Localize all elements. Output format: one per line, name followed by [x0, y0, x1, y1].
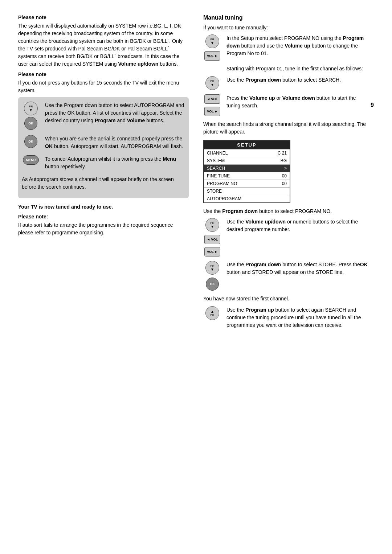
- right-block-10-text: Use the Program up button to select agai…: [226, 306, 374, 329]
- setup-cell-right: [268, 188, 290, 195]
- setup-table-row: CHANNELC 21: [204, 149, 290, 157]
- right-block-10: ▲ PR Use the Program up button to select…: [203, 306, 374, 329]
- pr-down-btn-2[interactable]: PR ▼: [205, 76, 219, 90]
- page-layout: Please note The system will displayed au…: [18, 15, 374, 333]
- right-block-8: PR ▼ OK Use the Program down button to s…: [203, 261, 374, 291]
- icon-col-2: OK: [22, 135, 40, 148]
- icon-col-right-4: ◄ VOL VOL ►: [203, 94, 221, 116]
- setup-cell-left: CHANNEL: [204, 149, 268, 157]
- right-block-1: PR ▼ VOL ► In the Setup menu select PROG…: [203, 34, 374, 61]
- setup-table-row: SEARCH>: [204, 164, 290, 172]
- vol-right-btn-1[interactable]: VOL ►: [204, 51, 220, 61]
- autoprogram-stores-text: As Autoprogram stores a channel it will …: [22, 176, 185, 191]
- right-block-3: PR ▼ Use the Program down button to sele…: [203, 76, 374, 90]
- page-number: 9: [371, 102, 374, 108]
- right-block-6-text: Use the Program down button to select PR…: [203, 208, 374, 215]
- icon-block-2: OK When you are sure the aerial is conne…: [22, 135, 185, 150]
- your-tv-ready: Your TV is now tuned and ready to use.: [18, 203, 189, 211]
- right-block-8-text: Use the Program down button to select ST…: [226, 261, 374, 276]
- setup-cell-right: C 21: [268, 149, 290, 157]
- vol-left-btn[interactable]: ◄ VOL: [204, 94, 220, 104]
- setup-table-row: AUTOPROGRAM: [204, 195, 290, 202]
- right-block-6-icons: PR ▼ ◄ VOL VOL ► Use the Volume up/down …: [203, 218, 374, 257]
- setup-cell-left: AUTOPROGRAM: [204, 195, 268, 202]
- pr-down-btn-1[interactable]: PR ▼: [205, 34, 219, 48]
- manual-tuning-title: Manual tuning: [203, 15, 374, 21]
- setup-cell-right: 00: [268, 180, 290, 187]
- right-block-9-text: You have now stored the first channel.: [203, 295, 374, 303]
- right-block-4-text: Press the Volume up or Volume down butto…: [226, 94, 368, 110]
- icon-col-3: MENU: [22, 155, 40, 165]
- setup-cell-right: BG: [268, 157, 290, 164]
- setup-cell-left: STORE: [204, 188, 268, 195]
- autoprogram-grey-box: PR ▼ OK Use the Program down button to s…: [18, 97, 189, 198]
- left-column: Please note The system will displayed au…: [18, 15, 189, 333]
- right-block-2-text: Starting with Program 01, tune in the fi…: [226, 65, 374, 73]
- pr-up-button[interactable]: ▲ PR: [205, 306, 219, 320]
- setup-table: SETUP CHANNELC 21SYSTEMBGSEARCH>FINE TUN…: [203, 140, 290, 203]
- icon-block-1-text: Use the Program down button to select AU…: [45, 102, 185, 124]
- icon-col-1: PR ▼ OK: [22, 102, 40, 130]
- icon-block-2-text: When you are sure the aerial is connecte…: [45, 135, 185, 150]
- setup-table-row: FINE TUNE00: [204, 172, 290, 180]
- ok-button-2[interactable]: OK: [24, 135, 37, 148]
- icon-col-right-1: PR ▼ VOL ►: [203, 34, 221, 61]
- please-note-3-title: Please note:: [18, 214, 189, 219]
- icon-col-right-10: ▲ PR: [203, 306, 221, 320]
- icon-block-1: PR ▼ OK Use the Program down button to s…: [22, 102, 185, 130]
- setup-header: SETUP: [204, 141, 290, 149]
- setup-cell-right: [268, 195, 290, 202]
- setup-cell-left: SYSTEM: [204, 157, 268, 164]
- pr-down-btn-4[interactable]: PR ▼: [205, 261, 219, 275]
- icon-col-right-6: PR ▼ ◄ VOL VOL ►: [203, 218, 221, 257]
- setup-table-row: PROGRAM NO00: [204, 180, 290, 187]
- icon-col-right-3: PR ▼: [203, 76, 221, 90]
- setup-cell-left: SEARCH: [204, 165, 268, 172]
- pr-down-btn-3[interactable]: PR ▼: [205, 218, 219, 232]
- menu-button[interactable]: MENU: [23, 155, 39, 165]
- setup-cell-left: PROGRAM NO: [204, 180, 268, 187]
- vol-left-btn-2[interactable]: ◄ VOL: [204, 235, 220, 244]
- vol-right-btn-2[interactable]: VOL ►: [204, 107, 220, 116]
- icon-block-3: MENU To cancel Autoprogram whilst it is …: [22, 155, 185, 171]
- ok-button-1[interactable]: OK: [24, 117, 37, 130]
- please-note-1-body: The system will displayed automatically …: [18, 22, 189, 68]
- setup-cell-left: FINE TUNE: [204, 172, 268, 180]
- icon-col-right-8: PR ▼ OK: [203, 261, 221, 291]
- right-block-3-text: Use the Program down button to select SE…: [226, 76, 374, 84]
- please-note-2-body: If you do not press any buttons for 15 s…: [18, 79, 189, 94]
- right-block-4: ◄ VOL VOL ► Press the Volume up or Volum…: [203, 94, 374, 116]
- right-column: Manual tuning If you want to tune manual…: [203, 15, 374, 333]
- please-note-3-body: If auto sort fails to arrange the progra…: [18, 221, 189, 237]
- icon-block-3-text: To cancel Autoprogram whilst it is worki…: [45, 155, 185, 171]
- setup-table-row: SYSTEMBG: [204, 157, 290, 164]
- manual-tuning-intro: If you want to tune manually:: [203, 24, 374, 32]
- setup-table-row: STORE: [204, 187, 290, 195]
- right-block-1-text: In the Setup menu select PROGRAM NO usin…: [226, 34, 374, 57]
- pr-down-button[interactable]: PR ▼: [24, 102, 38, 115]
- ok-button-3[interactable]: OK: [206, 278, 219, 291]
- please-note-2-title: Please note: [18, 71, 189, 77]
- please-note-1-title: Please note: [18, 15, 189, 20]
- vol-right-btn-3[interactable]: VOL ►: [204, 247, 220, 257]
- right-block-7-text: Use the Volume up/down or numeric button…: [226, 218, 374, 233]
- right-block-5-text: When the search finds a strong channel s…: [203, 120, 374, 136]
- setup-cell-right: >: [268, 165, 290, 172]
- setup-cell-right: 00: [268, 172, 290, 180]
